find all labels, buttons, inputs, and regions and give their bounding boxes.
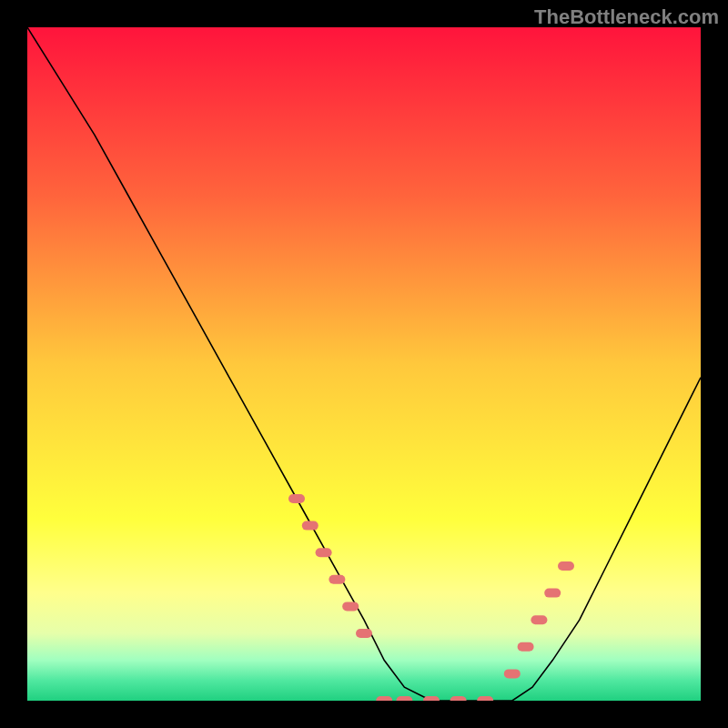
marker-dot: [504, 669, 521, 678]
marker-dot: [450, 696, 467, 701]
marker-dot: [342, 602, 359, 611]
marker-dot: [558, 561, 574, 571]
marker-dot: [531, 615, 547, 624]
marker-dot: [544, 589, 561, 598]
marker-dot: [423, 696, 440, 701]
curve-line: [27, 27, 701, 701]
marker-dot: [329, 575, 345, 584]
marker-dot: [356, 629, 372, 638]
plot-area: [27, 27, 701, 701]
marker-dot: [288, 494, 305, 503]
marker-dot: [477, 696, 493, 701]
watermark-text: TheBottleneck.com: [534, 5, 719, 29]
markers-group: [288, 494, 574, 701]
marker-dot: [518, 642, 534, 652]
marker-dot: [376, 696, 392, 701]
chart-container: TheBottleneck.com: [0, 0, 728, 728]
marker-dot: [316, 548, 332, 557]
marker-dot: [302, 521, 318, 531]
marker-dot: [396, 696, 412, 701]
chart-svg: [27, 27, 701, 701]
